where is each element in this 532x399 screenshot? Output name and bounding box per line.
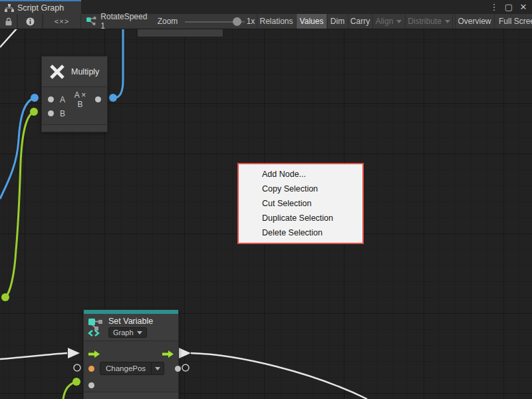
wire-endpoint-blue — [109, 94, 117, 102]
partial-node-edge[interactable] — [137, 29, 223, 37]
port-result-label: A × B — [71, 90, 89, 109]
multiply-x-icon — [49, 63, 66, 80]
wire-white-topleft[interactable] — [0, 29, 17, 47]
tab-title: Script Graph — [17, 3, 64, 13]
menu-item-copy-selection[interactable]: Copy Selection — [239, 182, 362, 196]
unconnected-port-ring-left[interactable] — [74, 364, 80, 371]
wire-white-flow-in[interactable] — [0, 353, 67, 359]
menu-item-add-node[interactable]: Add Node... — [239, 167, 362, 182]
chevron-down-icon — [445, 20, 450, 23]
code-view-button[interactable]: <×> — [43, 14, 81, 29]
output-port-result[interactable] — [95, 96, 101, 102]
toolbar-button-values[interactable]: Values — [296, 14, 327, 29]
variable-row: ChangePos — [84, 362, 178, 375]
zoom-value: 1x — [243, 14, 258, 29]
toolbar-button-relations[interactable]: Relations — [257, 14, 295, 29]
input-port-a[interactable] — [48, 96, 54, 102]
script-graph-window: Script Graph ⋮ ▢ ✕ <×> — [0, 0, 532, 399]
set-variable-footer — [84, 392, 178, 399]
variable-name-label: ChangePos — [100, 364, 151, 372]
wire-endpoint-green — [72, 378, 80, 386]
align-label: Align — [376, 17, 394, 26]
info-icon — [26, 17, 35, 26]
wire-blue-input-a[interactable] — [0, 98, 35, 199]
toolbar-button-overview[interactable]: Overview — [455, 14, 493, 29]
variable-scope-dropdown[interactable]: Graph — [108, 327, 147, 338]
flow-output-arrow-icon[interactable] — [162, 350, 174, 358]
wire-blue-output[interactable] — [114, 29, 123, 98]
menu-item-cut-selection[interactable]: Cut Selection — [239, 196, 362, 211]
multiply-title: Multiply — [71, 67, 99, 76]
window-controls: ⋮ ▢ ✕ — [488, 0, 529, 14]
chevron-down-icon — [155, 367, 160, 370]
lock-icon — [5, 17, 13, 26]
context-menu: Add Node... Copy Selection Cut Selection… — [237, 163, 364, 244]
menu-item-duplicate-selection[interactable]: Duplicate Selection — [239, 211, 362, 225]
flow-arrow-in — [68, 348, 80, 358]
multiply-row-a: A A × B — [42, 92, 107, 106]
info-button[interactable] — [17, 14, 43, 29]
node-multiply[interactable]: Multiply A A × B B — [41, 56, 108, 132]
zoom-slider-knob[interactable] — [233, 17, 241, 26]
flow-row — [84, 347, 178, 360]
tab-script-graph[interactable]: Script Graph — [0, 0, 81, 14]
variable-name-port[interactable] — [88, 366, 94, 372]
unconnected-port-ring-right[interactable] — [182, 364, 189, 371]
output-value-port[interactable] — [175, 366, 181, 372]
scope-label: Graph — [113, 329, 134, 336]
input-value-port[interactable] — [88, 382, 94, 388]
port-b-label: B — [60, 109, 65, 118]
value-row — [84, 378, 178, 392]
chevron-down-icon — [396, 20, 402, 23]
port-a-label: A — [60, 95, 65, 104]
graph-reference-breadcrumb[interactable]: RotateSpeed 1 — [86, 14, 152, 29]
maximize-icon[interactable]: ▢ — [503, 2, 515, 12]
multiply-header[interactable]: Multiply — [42, 57, 107, 87]
variable-name-dropdown[interactable]: ChangePos — [100, 362, 164, 375]
chevron-down-icon — [137, 331, 142, 334]
wire-endpoint-green — [1, 293, 9, 301]
wire-white-flow-out[interactable] — [191, 353, 367, 399]
toolbar-button-dim[interactable]: Dim — [327, 14, 347, 29]
graph-hierarchy-icon — [5, 4, 14, 12]
flow-arrow-out — [179, 348, 191, 358]
lock-button[interactable] — [0, 14, 17, 29]
zoom-label: Zoom — [154, 14, 181, 29]
multiply-body: A A × B B — [42, 87, 107, 124]
code-icon: <×> — [55, 17, 69, 25]
distribute-label: Distribute — [408, 17, 442, 26]
set-variable-icon — [88, 318, 104, 336]
wire-endpoint-blue — [31, 94, 39, 102]
set-variable-header[interactable]: Set Variable Graph — [84, 314, 178, 341]
toolbar-button-fullscreen[interactable]: Full Screen — [494, 14, 532, 29]
window-menu-icon[interactable]: ⋮ — [488, 2, 500, 12]
tab-bar: Script Graph ⋮ ▢ ✕ — [0, 0, 532, 14]
graph-canvas[interactable]: Multiply A A × B B — [0, 29, 532, 399]
wire-endpoint-green — [30, 108, 38, 116]
toolbar-button-distribute[interactable]: Distribute — [405, 14, 453, 29]
graph-toolbar: <×> RotateSpeed 1 Zoom 1x Relations Valu… — [0, 14, 532, 29]
set-variable-body: ChangePos — [84, 341, 178, 392]
toolbar-button-carry[interactable]: Carry — [348, 14, 372, 29]
graph-reference-label: RotateSpeed 1 — [100, 12, 152, 31]
node-set-variable[interactable]: Set Variable Graph — [83, 309, 179, 399]
multiply-footer — [42, 124, 107, 132]
input-port-b[interactable] — [48, 110, 54, 116]
flow-input-arrow-icon[interactable] — [88, 350, 100, 358]
set-variable-title: Set Variable — [108, 317, 153, 326]
dropdown-arrow-section — [151, 362, 164, 374]
toolbar-button-align[interactable]: Align — [372, 14, 404, 29]
menu-item-delete-selection[interactable]: Delete Selection — [239, 225, 362, 240]
graph-node-icon — [86, 17, 96, 26]
close-icon[interactable]: ✕ — [517, 2, 529, 12]
